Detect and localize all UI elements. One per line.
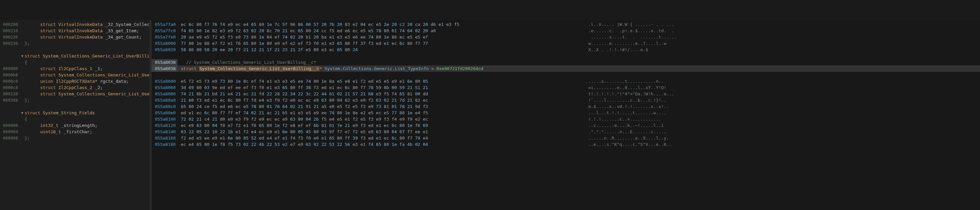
type-line[interactable]: 0000c8 struct Il2CppClass_2 _2; (0, 84, 150, 91)
hex-ascii: ......n..R........e..9....l..y. (573, 135, 980, 141)
hex-ascii: .......s....t. . .......t...... (573, 34, 980, 40)
hex-address: 055a8040 (151, 78, 178, 84)
hex-address: 055a8180 (151, 141, 178, 148)
hex-line[interactable]: 055a802058 86 00 58 20 ee 20 f7 21 12 21… (151, 46, 980, 53)
hex-bytes: ec 6c 80 f7 76 f4 e9 ec e4 65 80 1e 7c 5… (178, 21, 573, 27)
hex-line[interactable]: 055a8040e5 f2 e5 f3 e9 73 80 1e 8c ef f4… (151, 78, 980, 84)
code-text: uint16_t _firstChar; (25, 129, 150, 135)
struct-decl: struct System_Collections_Generic_List_U… (178, 65, 484, 72)
hex-address: 055a8160 (151, 135, 178, 141)
code-text: struct VirtualInvokeData _32_System_Coll… (25, 21, 150, 27)
code-text: struct VirtualInvokeData _33_get_Item; (25, 27, 150, 34)
hex-address: 055a80a0 (151, 97, 178, 103)
types-panel: 000200 struct VirtualInvokeData _32_Syst… (0, 20, 150, 210)
hex-ascii: w.......e.........e..7....l..w (573, 40, 980, 46)
hex-address: 055a8080 (151, 91, 178, 97)
code-text: struct Il2CppClass_1 _1; (25, 65, 150, 72)
hex-line[interactable]: 055a814003 22 05 22 10 22 1b e1 f2 e4 ec… (151, 129, 980, 135)
fold-arrow[interactable]: ▼ (20, 110, 25, 116)
hex-bytes: 58 86 00 58 20 ee 20 f7 21 12 21 1f 21 2… (178, 46, 573, 53)
hex-address: 055a8120 (151, 122, 178, 129)
hex-ascii: !`....l.........c..b...c.!}!.. (573, 97, 980, 103)
type-line[interactable]: 0000b8 struct System_Collections_Generic… (0, 72, 150, 78)
type-line[interactable]: 000210 struct VirtualInvokeData _33_get_… (0, 27, 150, 34)
type-line[interactable]: 000200 struct VirtualInvokeData _32_Syst… (0, 21, 150, 27)
comment-line[interactable]: 055a8038 // System_Collections_Generic_L… (151, 59, 980, 65)
hex-address: 055a7fe0 (151, 34, 178, 40)
hex-bytes: 21 60 f3 ed e1 ec 6c 80 f7 fd e4 e3 f9 f… (178, 97, 573, 103)
hex-bytes: 65 80 24 ce f5 ed e6 ec e5 78 80 01 76 6… (178, 103, 573, 110)
type-line[interactable]: { (0, 116, 150, 122)
line-offset: 000368 (0, 97, 20, 103)
hex-line[interactable]: 055a7fe020 aa e9 e5 f2 e5 f3 e9 73 80 1e… (151, 34, 980, 40)
type-line[interactable] (0, 103, 150, 110)
type-line[interactable]: { (0, 59, 150, 65)
hex-line[interactable]: 055a800077 80 1e 88 e7 f2 e1 f6 65 80 1e… (151, 40, 980, 46)
hex-line[interactable]: 055a808074 21 8b 21 bd 21 e4 21 ec 21 fd… (151, 91, 980, 97)
hex-line[interactable]: 055a80603d 69 80 03 9e ed ef ee ef f3 f0… (151, 84, 980, 91)
type-line[interactable]: ▼struct System_String_Fields (0, 110, 150, 116)
hex-line[interactable]: 055a80c065 80 24 ce f5 ed e6 ec e5 78 80… (151, 103, 980, 110)
hex-line[interactable]: 055a8180ec e4 65 80 1e f8 f5 73 02 22 4b… (151, 141, 980, 148)
hex-ascii: .....s........t...........n.. (573, 78, 980, 84)
type-line[interactable]: 000138 struct System_Collections_Generic… (0, 91, 150, 97)
code-text: int32_t _stringLength; (25, 122, 150, 129)
hex-ascii: X..X . .!.!.!#!/....e.$ (573, 46, 980, 53)
type-line[interactable]: ▼struct System_Collections_Generic_List_… (0, 53, 150, 59)
hex-bytes: f2 ed e5 ee e9 e1 6e 80 05 52 ed e4 ef e… (178, 135, 573, 141)
code-text: struct System_String_Fields (25, 110, 150, 116)
hex-address: 055a8140 (151, 129, 178, 135)
type-line[interactable]: 000220 struct VirtualInvokeData _34_get_… (0, 34, 150, 40)
hex-ascii: .l..V..... |W.W { ......- . . ... (573, 21, 980, 27)
type-line[interactable]: 000008}; (0, 135, 150, 141)
hex-line[interactable]: 055a8120ec e9 63 80 04 f8 e7 f2 e1 f6 65… (151, 122, 980, 129)
line-offset: 000000 (0, 65, 20, 72)
highlighted-type: System_Collections_Generic_List_UserBill… (199, 66, 320, 71)
hex-line[interactable]: 055a80e0ed e1 ec 6c 80 f7 ff ef 74 02 21… (151, 110, 980, 116)
code-text: }; (25, 97, 150, 103)
struct-definition-line[interactable]: 055a8038struct System_Collections_Generi… (151, 65, 980, 72)
code-text: struct System_Collections_Generic_List_U… (25, 91, 150, 97)
hex-address: 055a80c0 (151, 103, 178, 110)
symbol-value: 0xe90721fd200264cd (436, 66, 484, 71)
hex-ascii: ...l...t.!.!.....t.......w.... (573, 110, 980, 116)
code-text: }; (25, 40, 150, 46)
hex-bytes: 3d 69 80 03 9e ed ef ee ef f3 f0 e1 e3 6… (178, 84, 573, 91)
hex-bytes: 77 80 1e 88 e7 f2 e1 f6 65 80 1e 80 e0 e… (178, 40, 573, 46)
hex-line[interactable]: 055a80a021 60 f3 ed e1 ec 6c 80 f7 fd e4… (151, 97, 980, 103)
fold-arrow[interactable]: ▼ (20, 53, 25, 59)
hex-bytes: f4 65 80 1e 82 e3 e9 f2 63 02 20 8c 70 2… (178, 27, 573, 34)
code-text: struct VirtualInvokeData _34_get_Count; (25, 34, 150, 40)
type-line[interactable]: 000368}; (0, 97, 150, 103)
code-text: struct System_Collections_Generic_List_U… (25, 72, 150, 78)
hex-line[interactable]: 055a810072 02 21 c4 21 d0 e9 e3 f9 f2 e9… (151, 116, 980, 122)
line-offset: 000210 (0, 27, 20, 34)
line-offset: 000230 (0, 40, 20, 46)
type-line[interactable]: 0000c0 union Il2CppRGCTXData* rgctx_data… (0, 78, 150, 84)
line-offset: 000138 (0, 91, 20, 97)
hex-panel: 055a7fa0ec 6c 80 f7 76 f4 e9 ec e4 65 80… (151, 20, 980, 210)
hex-ascii: ..c.......e....k..~!.....l..i (573, 122, 980, 129)
hex-bytes: 74 21 8b 21 bd 21 e4 21 ec 21 fd 22 28 2… (178, 91, 573, 97)
type-line[interactable]: 000000 int32_t _stringLength; (0, 122, 150, 129)
type-line[interactable]: 000230}; (0, 40, 150, 46)
line-offset: 0000c8 (0, 84, 20, 91)
hex-bytes: ed e1 ec 6c 80 f7 ff ef 74 02 21 ac 21 b… (178, 110, 573, 116)
hex-line[interactable]: 055a8160f2 ed e5 ee e9 e1 6e 80 05 52 ed… (151, 135, 980, 141)
hex-ascii: .e......c. .p!.e.$.....x..td. . (573, 27, 980, 34)
hex-bytes: ec e4 65 80 1e f8 f5 73 02 22 4b 22 53 e… (178, 141, 573, 148)
type-line[interactable]: 000000 struct Il2CppClass_1 _1; (0, 65, 150, 72)
hex-address: 055a8000 (151, 40, 178, 46)
hex-line[interactable]: 055a7fc0f4 65 80 1e 82 e3 e9 f2 63 02 20… (151, 27, 980, 34)
code-text: }; (25, 135, 150, 141)
line-offset: 000000 (0, 122, 20, 129)
code-text: union Il2CppRGCTXData* rgctx_data; (25, 78, 150, 84)
hex-ascii: ."."."......n...E.......c..... (573, 129, 980, 135)
hex-bytes: 72 02 21 c4 21 d0 e9 e3 f9 f2 e9 ec ec e… (178, 116, 573, 122)
hex-address: 055a8038 (151, 59, 178, 65)
type-line[interactable] (0, 46, 150, 53)
hex-address: 055a8020 (151, 46, 178, 53)
hex-line[interactable]: 055a7fa0ec 6c 80 f7 76 f4 e9 ec e4 65 80… (151, 21, 980, 27)
line-offset: 000004 (0, 129, 20, 135)
type-line[interactable]: 000004 uint16_t _firstChar; (0, 129, 150, 135)
